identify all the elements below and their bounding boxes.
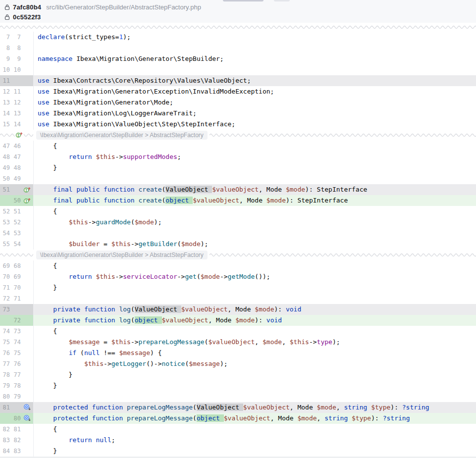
gutter-icon-slot bbox=[21, 380, 33, 391]
gutter: 8483 bbox=[0, 446, 33, 457]
top-partial-tab bbox=[223, 0, 264, 1]
gutter: 88 bbox=[0, 43, 33, 53]
collapsed-region-wave bbox=[0, 23, 476, 32]
code-line[interactable]: 7776 $this->getLogger()->notice($message… bbox=[0, 358, 476, 369]
code-line[interactable]: 1514use Ibexa\Migration\ValueObject\Step… bbox=[0, 119, 476, 130]
new-line-number: 76 bbox=[10, 360, 21, 367]
code-text: use Ibexa\Migration\Log\LoggerAwareTrait… bbox=[34, 108, 197, 119]
new-line-number: 49 bbox=[10, 175, 21, 182]
gutter-icon-slot bbox=[21, 206, 33, 217]
gutter: 5352 bbox=[0, 217, 33, 228]
implements-marker-icon[interactable]: I bbox=[21, 184, 33, 195]
implements-marker-icon[interactable]: I bbox=[21, 195, 33, 206]
code-line[interactable]: 8079 bbox=[0, 391, 476, 402]
old-line-number: 77 bbox=[0, 360, 10, 367]
code-line[interactable]: 5352 $this->guardMode($mode); bbox=[0, 217, 476, 228]
old-line-number: 14 bbox=[0, 110, 10, 117]
code-text: { bbox=[34, 424, 57, 435]
code-line[interactable]: 99namespace Ibexa\Migration\Generator\St… bbox=[0, 53, 476, 64]
gutter-icon-slot bbox=[21, 446, 33, 457]
fold-wave-left bbox=[0, 252, 33, 258]
fold-wave-right bbox=[210, 132, 476, 138]
code-line[interactable]: 5049 bbox=[0, 173, 476, 184]
code-diff-area: 77declare(strict_types=1);8899namespace … bbox=[0, 32, 476, 457]
gutter: 5453 bbox=[0, 228, 33, 239]
gutter: 7776 bbox=[0, 358, 33, 369]
gutter: 7978 bbox=[0, 380, 33, 391]
implements-marker-icon[interactable]: I bbox=[15, 131, 24, 141]
overridden-marker-icon[interactable] bbox=[21, 402, 33, 413]
code-line[interactable]: 1010 bbox=[0, 64, 476, 75]
fold-breadcrumb[interactable]: \Ibexa\Migration\Generator\StepBuilder >… bbox=[36, 251, 208, 259]
code-line[interactable]: 77declare(strict_types=1); bbox=[0, 32, 476, 43]
code-line[interactable]: 4847 return $this->supportedModes; bbox=[0, 152, 476, 162]
code-line[interactable]: 7170 } bbox=[0, 282, 476, 293]
code-line[interactable]: 8281 { bbox=[0, 424, 476, 435]
code-line[interactable]: 72 private function log(object $valueObj… bbox=[0, 315, 476, 326]
gutter: 1211 bbox=[0, 86, 33, 97]
code-line[interactable]: 81 protected function prepareLogMessage(… bbox=[0, 402, 476, 413]
diff-viewer: 7afc80b4 src/lib/Generator/StepBuilder/A… bbox=[0, 0, 476, 458]
code-text: use Ibexa\Migration\ValueObject\Step\Ste… bbox=[34, 119, 235, 130]
gutter: 4948 bbox=[0, 162, 33, 173]
overridden-marker-icon[interactable] bbox=[21, 413, 33, 424]
new-line-number: 71 bbox=[10, 295, 21, 302]
gutter: 7473 bbox=[0, 326, 33, 337]
old-line-number: 78 bbox=[0, 371, 10, 378]
old-line-number: 79 bbox=[0, 382, 10, 389]
code-line[interactable]: 73 private function log(ValueObject $val… bbox=[0, 304, 476, 315]
new-line-number: 9 bbox=[10, 55, 21, 62]
gutter-icon-slot bbox=[21, 152, 33, 162]
code-text: return null; bbox=[34, 435, 115, 446]
gutter-icon-slot bbox=[21, 369, 33, 380]
old-line-number: 50 bbox=[0, 175, 10, 182]
code-line[interactable]: 7473 { bbox=[0, 326, 476, 337]
code-line[interactable]: 4746 { bbox=[0, 141, 476, 152]
gutter-icon-slot bbox=[21, 282, 33, 293]
gutter-icon-slot bbox=[21, 304, 33, 315]
gutter: 8281 bbox=[0, 424, 33, 435]
new-line-number: 8 bbox=[10, 45, 21, 51]
gutter: 4847 bbox=[0, 152, 33, 162]
gutter: 6968 bbox=[0, 260, 33, 271]
code-line[interactable]: 11use Ibexa\Contracts\Core\Repository\Va… bbox=[0, 75, 476, 86]
old-line-number: 8 bbox=[0, 45, 10, 51]
code-line[interactable]: 1413use Ibexa\Migration\Log\LoggerAwareT… bbox=[0, 108, 476, 119]
gutter-icon-slot bbox=[21, 271, 33, 282]
code-line[interactable]: 50I final public function create(object … bbox=[0, 195, 476, 206]
code-line[interactable]: 7271 bbox=[0, 293, 476, 304]
code-line[interactable]: 8382 return null; bbox=[0, 435, 476, 446]
code-line[interactable]: 51I final public function create(ValueOb… bbox=[0, 184, 476, 195]
code-line[interactable]: 6968 { bbox=[0, 260, 476, 271]
gutter: 81 bbox=[0, 402, 33, 413]
fold-breadcrumb[interactable]: \Ibexa\Migration\Generator\StepBuilder >… bbox=[36, 131, 208, 140]
code-line[interactable]: 1211use Ibexa\Migration\Generator\Except… bbox=[0, 86, 476, 97]
code-line[interactable]: 5554 $builder = $this->getBuilder($mode)… bbox=[0, 239, 476, 250]
gutter: 7574 bbox=[0, 337, 33, 348]
code-line[interactable]: 4948 } bbox=[0, 162, 476, 173]
old-line-number: 75 bbox=[0, 339, 10, 346]
code-line[interactable]: 5251 { bbox=[0, 206, 476, 217]
code-line[interactable]: 7574 $message = $this->prepareLogMessage… bbox=[0, 337, 476, 348]
code-line[interactable]: 7978 } bbox=[0, 380, 476, 391]
code-line[interactable]: 7877 } bbox=[0, 369, 476, 380]
code-line[interactable]: 7675 if (null !== $message) { bbox=[0, 348, 476, 358]
new-line-number: 13 bbox=[10, 110, 21, 117]
gutter: 1312 bbox=[0, 97, 33, 108]
gutter: 8382 bbox=[0, 435, 33, 446]
code-text: { bbox=[34, 141, 57, 152]
code-line[interactable]: 7069 return $this->serviceLocator->get($… bbox=[0, 271, 476, 282]
gutter-icon-slot bbox=[21, 108, 33, 119]
old-line-number: 47 bbox=[0, 143, 10, 150]
code-line[interactable]: 8483 } bbox=[0, 446, 476, 457]
code-line[interactable]: 5453 bbox=[0, 228, 476, 239]
gutter: 7877 bbox=[0, 369, 33, 380]
old-line-number: 49 bbox=[0, 164, 10, 171]
gutter-icon-slot bbox=[21, 86, 33, 97]
code-line[interactable]: 1312use Ibexa\Migration\Generator\Mode; bbox=[0, 97, 476, 108]
old-line-number: 71 bbox=[0, 284, 10, 291]
new-line-number: 73 bbox=[10, 328, 21, 335]
code-line[interactable]: 88 bbox=[0, 43, 476, 53]
gutter: 1514 bbox=[0, 119, 33, 130]
code-line[interactable]: 80 protected function prepareLogMessage(… bbox=[0, 413, 476, 424]
